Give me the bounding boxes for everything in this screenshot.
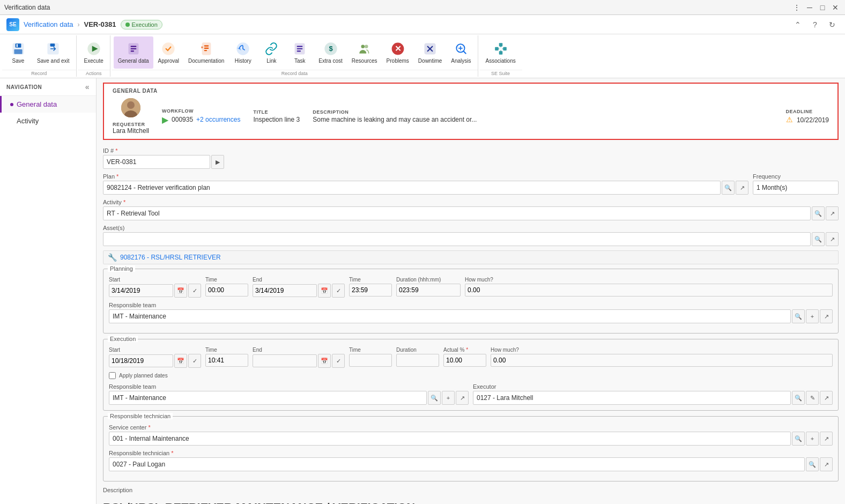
documentation-label: Documentation [188,58,224,64]
execution-duration-input[interactable] [396,354,439,367]
close-btn[interactable]: ✕ [830,2,841,13]
sidebar-collapse-btn[interactable]: « [85,83,90,91]
execution-start-check-btn[interactable]: ✓ [188,354,201,368]
sidebar-item-activity[interactable]: Activity [0,113,96,129]
associations-button[interactable]: Associations [481,36,520,69]
planning-resp-team-search-btn[interactable]: 🔍 [792,309,805,323]
execution-resp-team-add-btn[interactable]: + [442,391,455,405]
planning-end-time-input[interactable] [349,284,392,297]
associations-label: Associations [486,58,516,64]
service-center-link-btn[interactable]: ↗ [820,432,833,446]
sidebar: NAVIGATION « General data Activity [0,78,97,504]
execute-button[interactable]: Execute [80,36,108,69]
problems-button[interactable]: ✕ Problems [382,36,413,69]
collapse-icon[interactable]: ⌃ [791,18,804,31]
approval-label: Approval [158,58,179,64]
planning-resp-team-link-btn[interactable]: ↗ [820,309,833,323]
execution-start-calendar-btn[interactable]: 📅 [174,354,187,368]
planning-start-check-btn[interactable]: ✓ [188,284,201,298]
responsible-tech-input[interactable] [109,457,805,471]
documentation-icon [199,41,214,56]
executor-link-btn[interactable]: ↗ [820,391,833,405]
record-section-label: Record [2,70,76,77]
assets-search-btn[interactable]: 🔍 [812,232,825,246]
execution-end-time-input[interactable] [349,354,392,367]
execution-start-group: 📅 ✓ [109,354,201,368]
toolbar-actions-section: Execute Actions [78,35,110,77]
link-button[interactable]: Link [257,36,285,69]
assets-input[interactable] [103,232,811,246]
execution-end-calendar-btn[interactable]: 📅 [318,354,331,368]
executor-search-btn[interactable]: 🔍 [792,391,805,405]
occurrences-link[interactable]: +2 occurrences [196,116,240,123]
svg-rect-23 [297,50,301,51]
svg-rect-33 [499,43,502,47]
executor-edit-btn[interactable]: ✎ [806,391,819,405]
minimize-btn[interactable]: ─ [804,2,815,13]
planning-resp-team-label: Responsible team [109,302,833,308]
resources-button[interactable]: Resources [347,36,382,69]
activity-link-btn[interactable]: ↗ [826,206,839,220]
responsible-tech-section: Responsible technician Service center * … [103,416,839,481]
planning-start-input[interactable] [109,284,173,297]
general-data-button[interactable]: General data [114,36,153,69]
service-center-search-btn[interactable]: 🔍 [792,432,805,446]
sidebar-item-activity-label: Activity [17,117,39,125]
planning-resp-team-group: 🔍 + ↗ [109,309,833,323]
plan-input[interactable] [103,181,721,195]
planning-duration-input[interactable] [396,284,461,297]
executor-input[interactable] [473,391,791,405]
history-button[interactable]: History [229,36,257,69]
responsible-tech-link-btn[interactable]: ↗ [820,457,833,471]
execution-end-input[interactable] [253,354,317,367]
frequency-input[interactable] [753,181,839,195]
execution-resp-team-input[interactable] [109,391,427,405]
status-badge: Execution [121,20,162,29]
planning-end-check-btn[interactable]: ✓ [332,284,345,298]
breadcrumb-link[interactable]: Verification data [24,20,73,28]
approval-button[interactable]: Approval [154,36,183,69]
planning-start-time-input[interactable] [205,284,248,297]
id-navigate-btn[interactable]: ▶ [211,155,224,169]
execution-actual-pct-input[interactable] [443,354,486,367]
documentation-button[interactable]: Documentation [184,36,228,69]
help-icon[interactable]: ? [809,18,821,31]
toolbar-record-data-buttons: General data Approval [112,35,478,70]
planning-resp-team-add-btn[interactable]: + [806,309,819,323]
analysis-button[interactable]: Analysis [447,36,475,69]
assets-link-btn[interactable]: ↗ [826,232,839,246]
extra-cost-button[interactable]: $ Extra cost [314,36,346,69]
activity-search-btn[interactable]: 🔍 [812,206,825,220]
save-button[interactable]: Save [4,36,32,69]
execution-resp-team-search-btn[interactable]: 🔍 [428,391,441,405]
task-button[interactable]: Task [286,36,314,69]
planning-end-input[interactable] [253,284,317,297]
planning-end-calendar-btn[interactable]: 📅 [318,284,331,298]
planning-start-calendar-btn[interactable]: 📅 [174,284,187,298]
status-dot [125,23,130,27]
execution-start-time-input[interactable] [205,354,248,367]
save-exit-button[interactable]: Save and exit [33,36,74,69]
activity-input[interactable] [103,206,811,220]
menu-btn[interactable]: ⋮ [791,2,802,13]
downtime-button[interactable]: Downtime [414,36,446,69]
sidebar-item-general-data[interactable]: General data [0,96,96,113]
refresh-icon[interactable]: ↻ [826,18,839,31]
id-input[interactable] [103,155,210,169]
analysis-label: Analysis [451,58,471,64]
planning-resp-team-input[interactable] [109,309,791,323]
service-center-add-btn[interactable]: + [806,432,819,446]
execution-end-check-btn[interactable]: ✓ [332,354,345,368]
execution-resp-team-link-btn[interactable]: ↗ [456,391,469,405]
apply-planned-checkbox[interactable] [109,372,116,379]
maximize-btn[interactable]: □ [817,2,828,13]
planning-how-much-input[interactable] [465,284,833,297]
responsible-tech-search-btn[interactable]: 🔍 [806,457,819,471]
execution-how-much-input[interactable] [491,354,833,367]
plan-link-btn[interactable]: ↗ [736,181,748,195]
execution-actual-pct-label: Actual % * [443,347,486,353]
service-center-input[interactable] [109,432,791,446]
execution-start-input[interactable] [109,354,173,367]
plan-search-btn[interactable]: 🔍 [722,181,735,195]
link-label: Link [266,58,276,64]
